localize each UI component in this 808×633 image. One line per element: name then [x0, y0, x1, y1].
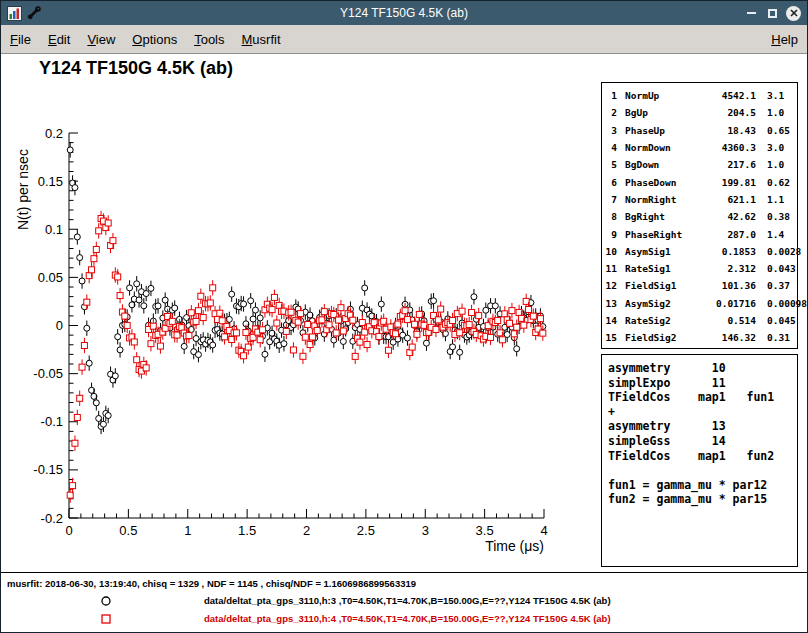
theory-line: asymmetry 10 — [608, 361, 797, 376]
y-tick-label: -0.1 — [41, 414, 63, 429]
theory-line: fun2 = gamma_mu * par15 — [608, 492, 797, 507]
maximize-button[interactable] — [764, 5, 781, 22]
parameter-val: 0.514 — [700, 315, 756, 326]
parameter-err: 0.043 — [756, 263, 796, 274]
menubar-items: FileEditViewOptionsToolsMusrfit — [10, 32, 281, 47]
x-axis-title: Time (μs) — [485, 538, 544, 554]
menu-item-tools[interactable]: Tools — [194, 32, 224, 47]
close-icon — [786, 6, 801, 21]
parameter-val: 0.1853 — [700, 246, 756, 257]
x-tick-label: 1.5 — [238, 523, 256, 538]
legend-square-icon — [99, 612, 113, 626]
parameter-no: 3 — [602, 125, 620, 136]
footer: musrfit: 2018-06-30, 13:19:40, chisq = 1… — [1, 572, 807, 633]
theory-line: fun1 = gamma_mu * par12 — [608, 478, 797, 493]
parameter-row: 13AsymSig20.017160.00098 — [602, 295, 797, 312]
parameter-row: 15FieldSig2146.320.31 — [602, 329, 797, 346]
parameter-no: 11 — [602, 263, 620, 274]
parameter-val: 101.36 — [700, 280, 756, 291]
parameter-name: NormUp — [620, 90, 700, 101]
parameter-err: 0.045 — [756, 315, 796, 326]
legend-entry: data/deltat_pta_gps_3110,h:3 ,T0=4.50K,T… — [1, 593, 807, 609]
fit-stats-label: musrfit: — [7, 578, 42, 589]
parameter-err: 0.00098 — [756, 298, 796, 309]
parameter-val: 621.1 — [700, 194, 756, 205]
legend-circle-icon — [99, 594, 113, 608]
parameter-err: 0.31 — [756, 332, 796, 343]
x-tick-label: 4 — [540, 523, 547, 538]
parameter-name: PhaseUp — [620, 125, 700, 136]
parameter-row: 11RateSig12.3120.043 — [602, 260, 797, 277]
parameter-err: 1.0 — [756, 159, 796, 170]
fit-parameter-pane[interactable]: 1NormUp4542.13.12BgUp204.51.03PhaseUp18.… — [601, 82, 798, 349]
theory-line: + — [608, 405, 797, 420]
menu-item-file[interactable]: File — [10, 32, 31, 47]
legend-entry-text: data/deltat_pta_gps_3110,h:4 ,T0=4.50K,T… — [204, 613, 611, 624]
y-tick-label: -0.05 — [33, 366, 63, 381]
parameter-err: 0.38 — [756, 211, 796, 222]
parameter-no: 4 — [602, 142, 620, 153]
parameter-no: 2 — [602, 107, 620, 118]
theory-line: TFieldCos map1 fun1 — [608, 390, 797, 405]
parameter-name: FieldSig1 — [620, 280, 700, 291]
app-icon[interactable] — [6, 5, 22, 21]
parameter-row: 8BgRight42.620.38 — [602, 208, 797, 225]
parameter-val: 4360.3 — [700, 142, 756, 153]
parameter-val: 2.312 — [700, 263, 756, 274]
minimize-button[interactable] — [743, 5, 760, 22]
parameter-val: 204.5 — [700, 107, 756, 118]
y-tick-label: 0 — [56, 318, 63, 333]
x-tick-label: 3.5 — [476, 523, 494, 538]
legend-entry: data/deltat_pta_gps_3110,h:4 ,T0=4.50K,T… — [1, 611, 807, 627]
parameter-name: PhaseDown — [620, 177, 700, 188]
theory-line: asymmetry 13 — [608, 419, 797, 434]
parameter-row: 3PhaseUp18.430.65 — [602, 122, 797, 139]
parameter-val: 18.43 — [700, 125, 756, 136]
parameter-no: 8 — [602, 211, 620, 222]
parameter-err: 1.1 — [756, 194, 796, 205]
theory-pane[interactable]: asymmetry 10simplExpo 11TFieldCos map1 f… — [601, 354, 798, 567]
x-tick-label: 1 — [184, 523, 191, 538]
parameter-row: 10AsymSig10.18530.0028 — [602, 243, 797, 260]
menu-item-view[interactable]: View — [87, 32, 115, 47]
parameter-no: 5 — [602, 159, 620, 170]
close-button[interactable] — [785, 5, 802, 22]
parameter-err: 3.1 — [756, 90, 796, 101]
menubar: FileEditViewOptionsToolsMusrfit Help — [1, 25, 807, 54]
parameter-name: PhaseRight — [620, 229, 700, 240]
menu-item-edit[interactable]: Edit — [48, 32, 70, 47]
parameter-list: 1NormUp4542.13.12BgUp204.51.03PhaseUp18.… — [602, 87, 797, 346]
parameter-val: 0.01716 — [700, 298, 756, 309]
parameter-err: 3.0 — [756, 142, 796, 153]
parameter-err: 0.62 — [756, 177, 796, 188]
parameter-no: 6 — [602, 177, 620, 188]
plot-canvas[interactable]: 00.511.522.533.540.20.150.10.050-0.05-0.… — [1, 54, 601, 572]
parameter-val: 146.32 — [700, 332, 756, 343]
parameter-err: 0.37 — [756, 280, 796, 291]
parameter-row: 14RateSig20.5140.045 — [602, 312, 797, 329]
musrfit-window: Y124 TF150G 4.5K (ab) FileEditViewOption… — [0, 0, 808, 633]
theory-line: simplExpo 11 — [608, 376, 797, 391]
menu-item-help[interactable]: Help — [771, 32, 798, 47]
parameter-name: NormDown — [620, 142, 700, 153]
parameter-no: 1 — [602, 90, 620, 101]
parameter-row: 6PhaseDown199.810.62 — [602, 173, 797, 190]
titlebar[interactable]: Y124 TF150G 4.5K (ab) — [1, 1, 807, 25]
y-tick-label: -0.2 — [41, 511, 63, 526]
parameter-name: FieldSig2 — [620, 332, 700, 343]
y-tick-label: 0.1 — [45, 222, 63, 237]
y-tick-label: -0.15 — [33, 462, 63, 477]
menu-item-options[interactable]: Options — [132, 32, 177, 47]
x-tick-label: 0.5 — [119, 523, 137, 538]
menu-item-musrfit[interactable]: Musrfit — [242, 32, 281, 47]
parameter-name: AsymSig1 — [620, 246, 700, 257]
parameter-row: 7NormRight621.11.1 — [602, 191, 797, 208]
fit-stats-values: 2018-06-30, 13:19:40, chisq = 1329 , NDF… — [45, 578, 416, 589]
parameter-err: 0.65 — [756, 125, 796, 136]
y-axis-title: N(t) per nsec — [15, 149, 31, 230]
parameter-no: 13 — [602, 298, 620, 309]
maximize-icon — [768, 9, 777, 18]
x-tick-label: 0 — [65, 523, 72, 538]
parameter-row: 9PhaseRight287.01.4 — [602, 225, 797, 242]
wrench-icon — [26, 5, 42, 21]
